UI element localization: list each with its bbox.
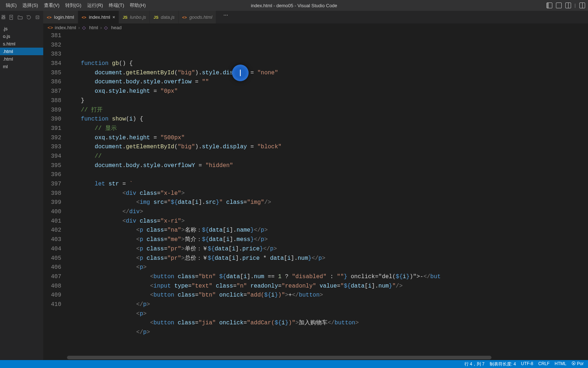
explorer: 器 .jso.jss.html.html.htmlml [0,11,43,360]
menu-terminal[interactable]: 终端(T) [106,1,127,10]
tab-label: index.html [89,14,110,20]
new-file-icon[interactable] [9,14,14,20]
breadcrumb-head[interactable]: head [111,25,122,30]
status-lang[interactable]: HTML [554,361,566,367]
explorer-label: 器 [1,14,6,21]
breadcrumb-icon-file: <> [48,25,53,30]
scrollbar-horizontal[interactable] [67,356,566,360]
statusbar: 行 4，列 7 制表符长度: 4 UTF-8 CRLF HTML ⦿ Por [0,360,588,368]
file-item[interactable]: ml [0,63,43,70]
new-folder-icon[interactable] [17,14,23,20]
menu-goto[interactable]: 转到(G) [62,1,84,10]
tab-overflow-button[interactable]: ⋯ [220,11,231,23]
layout-controls: | [547,3,585,8]
js-icon: JS [122,15,128,20]
line-gutter: 3813823833843853863873883893903913923933… [43,31,67,360]
refresh-icon[interactable] [26,14,32,20]
status-port[interactable]: ⦿ Por [571,361,584,367]
tab-label: login.html [54,14,74,20]
collapse-all-icon[interactable] [35,14,40,20]
tab-data-js[interactable]: JSdata.js [150,11,178,23]
tab-goods-html[interactable]: <>goods.html [179,11,217,23]
explorer-header: 器 [0,11,43,23]
status-encoding[interactable]: UTF-8 [521,361,533,367]
tab-label: data.js [161,14,174,20]
tab-label: goods.html [190,14,213,20]
close-icon[interactable]: × [112,14,115,20]
file-item[interactable]: .js [0,25,43,32]
layout-sep: | [575,3,576,8]
breadcrumb[interactable]: <> index.html › ◇ html › ◇ head [43,23,588,31]
menu-edit[interactable]: 辑(E) [3,1,19,10]
chevron-right-icon: › [78,25,80,30]
minimap[interactable] [566,31,588,360]
menu-select[interactable]: 选择(S) [19,1,41,10]
breadcrumb-icon-html: ◇ [82,25,87,30]
status-ln-col[interactable]: 行 4，列 7 [464,361,485,367]
titlebar: 辑(E) 选择(S) 查看(V) 转到(G) 运行(R) 终端(T) 帮助(H)… [0,0,588,11]
menu-run[interactable]: 运行(R) [84,1,106,10]
breadcrumb-file[interactable]: index.html [55,25,76,30]
scrollbar-thumb[interactable] [67,356,491,359]
chevron-right-icon: › [100,25,102,30]
customize-layout-icon[interactable] [579,3,585,8]
html-icon: <> [47,15,52,20]
file-list: .jso.jss.html.html.htmlml [0,23,43,70]
tab-index-html[interactable]: <>index.html× [78,11,119,23]
status-tab-size[interactable]: 制表符长度: 4 [490,361,516,367]
toggle-panel-icon[interactable] [556,3,562,8]
main: 器 .jso.jss.html.html.htmlml <>login.html… [0,11,588,360]
code-area[interactable]: 3813823833843853863873883893903913923933… [43,31,588,360]
tab-label: lunbo.js [130,14,146,20]
tabs: <>login.html<>index.html×JSlunbo.jsJSdat… [43,11,588,23]
toggle-primary-side-bar-icon[interactable] [547,3,552,8]
breadcrumb-html[interactable]: html [89,25,98,30]
js-icon: JS [153,15,159,20]
menu-help[interactable]: 帮助(H) [127,1,148,10]
menu-view[interactable]: 查看(V) [41,1,62,10]
menu: 辑(E) 选择(S) 查看(V) 转到(G) 运行(R) 终端(T) 帮助(H) [3,1,149,10]
breadcrumb-icon-head: ◇ [104,25,109,30]
file-item[interactable]: .html [0,55,43,63]
window-title: index.html - demo05 - Visual Studio Code [251,3,337,8]
editor: <>login.html<>index.html×JSlunbo.jsJSdat… [43,11,588,360]
html-icon: <> [182,15,187,20]
tab-lunbo-js[interactable]: JSlunbo.js [119,11,150,23]
file-item[interactable]: .html [0,48,43,55]
file-item[interactable]: o.js [0,32,43,40]
toggle-secondary-side-bar-icon[interactable] [565,3,571,8]
tab-login-html[interactable]: <>login.html [43,11,78,23]
code-content[interactable]: function gb() { document.getElementById(… [67,31,566,360]
file-item[interactable]: s.html [0,40,43,48]
status-eol[interactable]: CRLF [538,361,549,367]
html-icon: <> [82,15,87,20]
